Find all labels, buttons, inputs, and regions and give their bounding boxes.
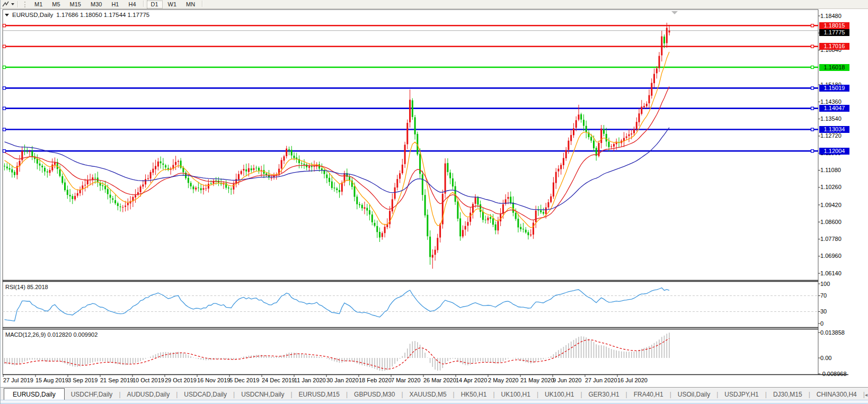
- chart-tab-uk100[interactable]: UK100,H1: [495, 389, 537, 400]
- chart-tab-hk50[interactable]: HK50,H1: [455, 389, 493, 400]
- chart-tab-usdjpy[interactable]: USDJPY,H1: [718, 389, 765, 400]
- candlestick-series: [4, 23, 670, 269]
- chart-tab-dj30[interactable]: DJ30,M15: [767, 389, 809, 400]
- chart-tab-usdchf[interactable]: USDCHF,Daily: [65, 389, 119, 400]
- tab-scroll-arrows: ◂▸: [865, 392, 868, 400]
- horizontal-level-lines: [3, 24, 818, 152]
- chart-tab-eurusd[interactable]: EURUSD,M15: [293, 389, 346, 400]
- chart-tab-xauusd[interactable]: XAUUSD,M5: [403, 389, 453, 400]
- chart-tab-fra40[interactable]: FRA40,H1: [627, 389, 670, 400]
- chart-shift-marker-icon: [671, 11, 678, 14]
- chart-tab-usdcad[interactable]: USDCAD,Daily: [178, 389, 233, 400]
- chart-tab-ger30[interactable]: GER30,H1: [582, 389, 626, 400]
- chart-tab-uk100[interactable]: UK100,H1: [538, 389, 580, 400]
- chart-tab-bar: EURUSD,DailyUSDCHF,Daily|AUDUSD,Daily|US…: [1, 387, 868, 400]
- chart-tab-gbpusd[interactable]: GBPUSD,M30: [348, 389, 401, 400]
- chart-tab-china300[interactable]: CHINA300,H4: [810, 389, 863, 400]
- window-bottom-edge: [1, 400, 868, 404]
- price-chart-canvas[interactable]: [1, 0, 868, 404]
- macd-histogram: [5, 333, 670, 371]
- chart-tab-usoil[interactable]: USOil,Daily: [671, 389, 716, 400]
- tab-scroll-left-icon[interactable]: ◂: [865, 392, 867, 398]
- chart-window: M1M5M15M30H1H4D1W1MN EURUSD,Daily 1.1768…: [0, 0, 868, 404]
- chart-tab-usdcnh[interactable]: USDCNH,Daily: [235, 389, 290, 400]
- chart-tab-audusd[interactable]: AUDUSD,Daily: [121, 389, 176, 400]
- chart-tab-eurusd[interactable]: EURUSD,Daily: [4, 388, 65, 400]
